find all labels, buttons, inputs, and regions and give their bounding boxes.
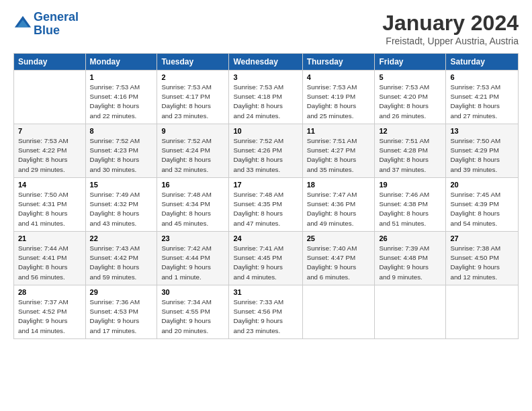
day-number: 19 — [379, 181, 441, 189]
day-number: 30 — [161, 288, 224, 296]
calendar-day: 24Sunrise: 7:41 AM Sunset: 4:45 PM Dayli… — [229, 232, 302, 285]
calendar-day: 28Sunrise: 7:37 AM Sunset: 4:52 PM Dayli… — [14, 285, 86, 339]
day-info: Sunrise: 7:44 AM Sunset: 4:41 PM Dayligh… — [18, 244, 81, 282]
day-number: 27 — [450, 234, 514, 242]
logo-line2: Blue — [34, 24, 60, 37]
calendar-day: 19Sunrise: 7:46 AM Sunset: 4:38 PM Dayli… — [375, 178, 446, 232]
calendar-day: 25Sunrise: 7:40 AM Sunset: 4:47 PM Dayli… — [302, 232, 375, 285]
col-monday: Monday — [85, 54, 157, 71]
calendar-day: 18Sunrise: 7:47 AM Sunset: 4:36 PM Dayli… — [302, 178, 375, 232]
calendar-day: 3Sunrise: 7:53 AM Sunset: 4:18 PM Daylig… — [229, 71, 302, 124]
col-friday: Friday — [375, 54, 446, 71]
day-info: Sunrise: 7:53 AM Sunset: 4:20 PM Dayligh… — [379, 83, 441, 121]
calendar-week-2: 7Sunrise: 7:53 AM Sunset: 4:22 PM Daylig… — [14, 124, 519, 178]
logo-text: General Blue — [34, 11, 79, 38]
logo-line1: General — [34, 10, 79, 24]
day-number: 23 — [161, 234, 224, 242]
calendar-day: 2Sunrise: 7:53 AM Sunset: 4:17 PM Daylig… — [157, 71, 229, 124]
day-number: 8 — [90, 127, 153, 135]
calendar-day: 13Sunrise: 7:50 AM Sunset: 4:29 PM Dayli… — [446, 124, 519, 178]
day-info: Sunrise: 7:36 AM Sunset: 4:53 PM Dayligh… — [90, 298, 153, 336]
day-info: Sunrise: 7:45 AM Sunset: 4:39 PM Dayligh… — [450, 190, 514, 228]
calendar-day: 31Sunrise: 7:33 AM Sunset: 4:56 PM Dayli… — [229, 285, 302, 339]
calendar-day: 26Sunrise: 7:39 AM Sunset: 4:48 PM Dayli… — [375, 232, 446, 285]
day-info: Sunrise: 7:53 AM Sunset: 4:21 PM Dayligh… — [450, 83, 514, 121]
day-info: Sunrise: 7:38 AM Sunset: 4:50 PM Dayligh… — [450, 244, 514, 282]
calendar-day — [375, 285, 446, 339]
calendar-week-1: 1Sunrise: 7:53 AM Sunset: 4:16 PM Daylig… — [14, 71, 519, 124]
day-number: 22 — [90, 234, 153, 242]
day-number: 1 — [90, 73, 153, 81]
day-number: 5 — [379, 73, 441, 81]
day-number: 26 — [379, 234, 441, 242]
day-number: 29 — [90, 288, 153, 296]
day-number: 18 — [307, 181, 371, 189]
col-thursday: Thursday — [302, 54, 375, 71]
col-saturday: Saturday — [446, 54, 519, 71]
header: General Blue January 2024 Freistadt, Upp… — [13, 11, 519, 46]
calendar-day: 5Sunrise: 7:53 AM Sunset: 4:20 PM Daylig… — [375, 71, 446, 124]
day-number: 15 — [90, 181, 153, 189]
day-info: Sunrise: 7:50 AM Sunset: 4:31 PM Dayligh… — [18, 190, 81, 228]
day-info: Sunrise: 7:53 AM Sunset: 4:19 PM Dayligh… — [307, 83, 371, 121]
calendar-day: 17Sunrise: 7:48 AM Sunset: 4:35 PM Dayli… — [229, 178, 302, 232]
calendar-day: 22Sunrise: 7:43 AM Sunset: 4:42 PM Dayli… — [85, 232, 157, 285]
col-sunday: Sunday — [14, 54, 86, 71]
calendar-day: 4Sunrise: 7:53 AM Sunset: 4:19 PM Daylig… — [302, 71, 375, 124]
month-title: January 2024 — [382, 11, 519, 36]
day-info: Sunrise: 7:53 AM Sunset: 4:22 PM Dayligh… — [18, 136, 81, 175]
calendar-day: 29Sunrise: 7:36 AM Sunset: 4:53 PM Dayli… — [85, 285, 157, 339]
day-number: 7 — [18, 127, 81, 135]
day-number: 28 — [18, 288, 81, 296]
day-info: Sunrise: 7:42 AM Sunset: 4:44 PM Dayligh… — [161, 244, 224, 282]
day-info: Sunrise: 7:52 AM Sunset: 4:24 PM Dayligh… — [161, 136, 224, 175]
day-info: Sunrise: 7:34 AM Sunset: 4:55 PM Dayligh… — [161, 298, 224, 336]
day-number: 3 — [233, 73, 298, 81]
calendar-day: 9Sunrise: 7:52 AM Sunset: 4:24 PM Daylig… — [157, 124, 229, 178]
day-info: Sunrise: 7:52 AM Sunset: 4:26 PM Dayligh… — [233, 136, 298, 175]
logo-icon — [13, 15, 32, 34]
day-info: Sunrise: 7:51 AM Sunset: 4:27 PM Dayligh… — [307, 136, 371, 175]
day-number: 6 — [450, 73, 514, 81]
calendar-week-3: 14Sunrise: 7:50 AM Sunset: 4:31 PM Dayli… — [14, 178, 519, 232]
day-info: Sunrise: 7:51 AM Sunset: 4:28 PM Dayligh… — [379, 136, 441, 175]
calendar-day: 8Sunrise: 7:52 AM Sunset: 4:23 PM Daylig… — [85, 124, 157, 178]
day-number: 9 — [161, 127, 224, 135]
col-wednesday: Wednesday — [229, 54, 302, 71]
day-number: 2 — [161, 73, 224, 81]
day-info: Sunrise: 7:49 AM Sunset: 4:32 PM Dayligh… — [90, 190, 153, 228]
day-number: 25 — [307, 234, 371, 242]
day-number: 13 — [450, 127, 514, 135]
day-number: 11 — [307, 127, 371, 135]
day-info: Sunrise: 7:53 AM Sunset: 4:18 PM Dayligh… — [233, 83, 298, 121]
day-number: 10 — [233, 127, 298, 135]
calendar-week-5: 28Sunrise: 7:37 AM Sunset: 4:52 PM Dayli… — [14, 285, 519, 339]
day-number: 21 — [18, 234, 81, 242]
day-info: Sunrise: 7:40 AM Sunset: 4:47 PM Dayligh… — [307, 244, 371, 282]
location-title: Freistadt, Upper Austria, Austria — [382, 36, 519, 46]
col-tuesday: Tuesday — [157, 54, 229, 71]
day-info: Sunrise: 7:47 AM Sunset: 4:36 PM Dayligh… — [307, 190, 371, 228]
day-number: 14 — [18, 181, 81, 189]
day-number: 31 — [233, 288, 298, 296]
day-number: 16 — [161, 181, 224, 189]
calendar-day: 12Sunrise: 7:51 AM Sunset: 4:28 PM Dayli… — [375, 124, 446, 178]
calendar-table: Sunday Monday Tuesday Wednesday Thursday… — [13, 53, 519, 339]
calendar-body: 1Sunrise: 7:53 AM Sunset: 4:16 PM Daylig… — [14, 71, 519, 339]
calendar-day: 6Sunrise: 7:53 AM Sunset: 4:21 PM Daylig… — [446, 71, 519, 124]
day-info: Sunrise: 7:37 AM Sunset: 4:52 PM Dayligh… — [18, 298, 81, 336]
header-row: Sunday Monday Tuesday Wednesday Thursday… — [14, 54, 519, 71]
day-number: 12 — [379, 127, 441, 135]
calendar-header: Sunday Monday Tuesday Wednesday Thursday… — [14, 54, 519, 71]
day-info: Sunrise: 7:48 AM Sunset: 4:34 PM Dayligh… — [161, 190, 224, 228]
day-number: 24 — [233, 234, 298, 242]
calendar-day: 7Sunrise: 7:53 AM Sunset: 4:22 PM Daylig… — [14, 124, 86, 178]
day-number: 20 — [450, 181, 514, 189]
calendar-day — [14, 71, 86, 124]
calendar-day: 1Sunrise: 7:53 AM Sunset: 4:16 PM Daylig… — [85, 71, 157, 124]
calendar-day — [446, 285, 519, 339]
calendar-day: 30Sunrise: 7:34 AM Sunset: 4:55 PM Dayli… — [157, 285, 229, 339]
day-info: Sunrise: 7:53 AM Sunset: 4:16 PM Dayligh… — [90, 83, 153, 121]
calendar-week-4: 21Sunrise: 7:44 AM Sunset: 4:41 PM Dayli… — [14, 232, 519, 285]
day-info: Sunrise: 7:41 AM Sunset: 4:45 PM Dayligh… — [233, 244, 298, 282]
